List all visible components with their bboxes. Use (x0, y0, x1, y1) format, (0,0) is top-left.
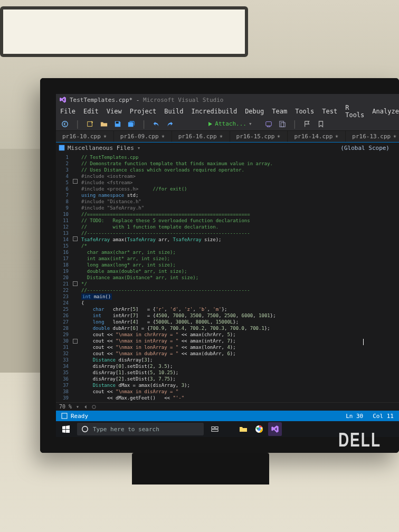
svg-point-7 (92, 405, 96, 408)
svg-point-0 (62, 121, 68, 127)
svg-rect-6 (59, 145, 65, 151)
pin-icon[interactable] (219, 135, 223, 139)
tab-label: pr16-14.cpp (294, 133, 332, 140)
taskbar-pinned-apps[interactable] (236, 422, 282, 436)
pin-icon[interactable] (161, 135, 165, 139)
visual-studio-app[interactable] (268, 422, 282, 436)
menu-item-project[interactable]: Project (130, 108, 157, 115)
svg-rect-12 (212, 430, 218, 432)
svg-rect-8 (62, 413, 67, 419)
no-issues-icon (92, 405, 96, 409)
tab-pr16-09-cpp[interactable]: pr16-09.cpp (114, 131, 172, 142)
zoom-level[interactable]: 70 % (59, 404, 72, 410)
vs-menu-bar[interactable]: FileEditViewProjectBuildIncredibuildDebu… (56, 106, 399, 117)
pin-icon[interactable] (277, 135, 281, 139)
search-placeholder: Type here to search (93, 426, 159, 433)
taskbar-search[interactable]: Type here to search (77, 423, 204, 435)
navigation-bar[interactable]: Miscellaneous Files ▾ (Global Scope) (56, 142, 399, 153)
chrome-app[interactable] (252, 422, 266, 436)
menu-item-incredibuild[interactable]: Incredibuild (191, 108, 237, 115)
browser-link-icon[interactable] (265, 120, 272, 128)
tab-pr16-15-cpp[interactable]: pr16-15.cpp (230, 131, 288, 142)
crumb-scope[interactable]: (Global Scope) (340, 145, 399, 151)
tab-label: pr16-16.cpp (178, 133, 217, 140)
tab-label: pr16-09.cpp (120, 133, 159, 140)
redo-icon[interactable] (166, 120, 174, 128)
menu-item-file[interactable]: File (60, 108, 75, 115)
code-editor[interactable]: 1234567891011121314151617181920212223242… (56, 153, 399, 402)
menu-item-build[interactable]: Build (164, 108, 183, 115)
tab-pr16-10-cpp[interactable]: pr16-10.cpp (56, 131, 114, 142)
tab-pr16-14-cpp[interactable]: pr16-14.cpp (288, 131, 346, 142)
text-caret (363, 339, 364, 345)
crumb-project[interactable]: Miscellaneous Files (68, 145, 134, 151)
menu-item-test[interactable]: Test (322, 108, 337, 115)
zoom-dropdown-icon[interactable]: ▾ (76, 404, 79, 410)
fold-toggle[interactable]: - (73, 179, 78, 184)
vs-toolbar[interactable]: | | Attach... ▾ | (56, 117, 399, 131)
scroll-left-icon[interactable] (83, 405, 88, 409)
menu-item-view[interactable]: View (107, 108, 122, 115)
file-explorer-app[interactable] (236, 422, 250, 436)
bookmark-icon[interactable] (317, 120, 325, 128)
monitor-stand (132, 453, 269, 484)
tab-pr16-13-cpp[interactable]: pr16-13.cpp (346, 131, 399, 142)
undo-icon[interactable] (153, 120, 160, 128)
fold-toggle[interactable]: - (73, 339, 78, 344)
cortana-icon (81, 425, 89, 433)
svg-rect-10 (212, 427, 214, 429)
svg-rect-1 (87, 121, 92, 126)
vs-title-text: TestTemplates.cpp* - Microsoft Visual St… (70, 97, 223, 103)
task-view-icon (211, 425, 218, 433)
editor-footer: 70 % ▾ (56, 402, 399, 411)
status-text: Ready (71, 413, 88, 420)
open-file-icon[interactable] (100, 120, 108, 128)
physical-monitor: TestTemplates.cpp* - Microsoft Visual St… (40, 78, 399, 453)
new-project-icon[interactable] (87, 120, 94, 128)
save-icon[interactable] (114, 120, 121, 128)
pin-icon[interactable] (393, 135, 397, 139)
crumb-separator-icon: ▾ (137, 145, 141, 151)
folder-icon (239, 425, 248, 433)
menu-item-r-tools[interactable]: R Tools (345, 104, 364, 119)
svg-rect-11 (215, 427, 218, 429)
menu-item-edit[interactable]: Edit (83, 108, 99, 115)
status-line: Ln 30 (346, 413, 363, 420)
save-all-icon[interactable] (128, 120, 135, 128)
outline-gutter[interactable]: ---- (72, 153, 78, 402)
menu-item-team[interactable]: Team (272, 108, 287, 115)
chrome-icon (255, 425, 263, 433)
pin-icon[interactable] (103, 135, 107, 139)
menu-item-debug[interactable]: Debug (245, 108, 264, 115)
csharp-project-icon (58, 144, 65, 151)
tab-label: pr16-13.cpp (352, 133, 391, 140)
task-view-button[interactable] (207, 421, 223, 437)
nav-back-icon[interactable] (61, 120, 69, 128)
flag-icon[interactable] (303, 120, 311, 128)
windows-icon (62, 425, 70, 433)
svg-rect-2 (116, 121, 118, 124)
attach-button[interactable]: Attach... ▾ (207, 120, 252, 127)
fold-toggle[interactable]: - (73, 236, 78, 241)
find-in-files-icon[interactable] (279, 120, 286, 128)
svg-rect-3 (265, 121, 271, 126)
visual-studio-icon (59, 96, 66, 103)
document-tabs[interactable]: pr16-10.cpppr16-09.cpppr16-16.cpppr16-15… (56, 131, 399, 142)
menu-item-analyze[interactable]: Analyze (372, 108, 399, 115)
svg-point-9 (82, 426, 88, 432)
pin-icon[interactable] (335, 135, 339, 139)
svg-rect-4 (279, 121, 283, 127)
fold-toggle[interactable]: - (73, 281, 78, 286)
dell-logo: DELL (338, 431, 381, 450)
line-number-gutter: 1234567891011121314151617181920212223242… (56, 153, 72, 402)
svg-rect-5 (281, 122, 285, 127)
menu-item-tools[interactable]: Tools (295, 108, 314, 115)
code-area[interactable]: // TestTemplates.cpp// Demonstrate funct… (78, 153, 399, 402)
status-ready-icon (61, 413, 68, 419)
tab-label: pr16-15.cpp (236, 133, 275, 140)
tab-pr16-16-cpp[interactable]: pr16-16.cpp (172, 131, 230, 142)
start-button[interactable] (58, 421, 74, 437)
vs-status-bar: Ready Ln 30 Col 11 (56, 411, 399, 421)
status-col: Col 11 (373, 413, 394, 420)
tab-label: pr16-10.cpp (62, 133, 101, 140)
